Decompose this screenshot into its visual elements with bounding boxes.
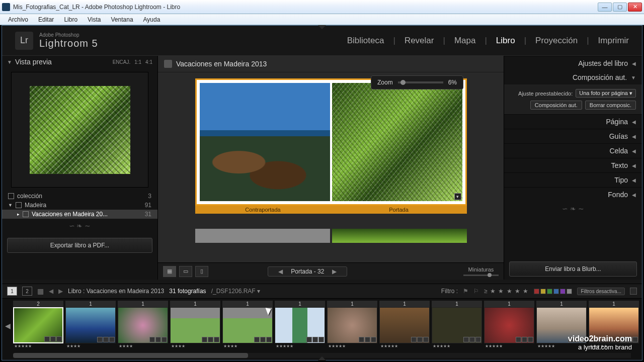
collapse-icon: ▼ [7, 59, 12, 65]
page-options-button[interactable]: ▾ [454, 193, 461, 200]
bottom-panel-toggle-icon[interactable] [318, 356, 326, 360]
window-minimize-button[interactable]: — [598, 3, 612, 12]
collection-item[interactable]: colección3 [2, 192, 157, 201]
menu-libro[interactable]: Libro [59, 16, 83, 23]
view-spread-button[interactable]: ▭ [179, 266, 192, 277]
color-swatch[interactable] [567, 289, 572, 294]
nav-back-icon[interactable]: ◀ [49, 288, 53, 295]
preview-panel-header[interactable]: ▼ Vista previa ENCAJ. 1:1 4:1 [2, 56, 157, 68]
panel-page[interactable]: Página◀ [504, 114, 642, 129]
front-cover-page[interactable]: ▾ [332, 83, 462, 201]
color-swatch[interactable] [547, 289, 552, 294]
source-path[interactable]: Libro : Vacaciones en Madeira 2013 [68, 288, 164, 295]
preset-label: Ajuste preestablecido: [518, 90, 573, 97]
zoom-slider[interactable] [398, 81, 443, 83]
book-canvas[interactable]: Zoom 6% ▾ Contraportada Portada [158, 72, 504, 262]
filmstrip-thumbnail[interactable]: 1★★★★★ [275, 301, 325, 353]
view-single-button[interactable]: ▯ [195, 266, 208, 277]
window-maximize-button[interactable]: ▢ [613, 3, 627, 12]
filmstrip-thumbnail[interactable]: 1★★★★★ [327, 301, 377, 353]
nav-forward-icon[interactable]: ▶ [58, 288, 63, 295]
color-swatch[interactable] [553, 289, 559, 294]
module-biblioteca[interactable]: Biblioteca [347, 36, 384, 46]
window-close-button[interactable]: ✕ [628, 3, 642, 12]
module-proyección[interactable]: Proyección [535, 36, 578, 46]
panel-guides[interactable]: Guías◀ [504, 129, 642, 143]
thumbnails-slider[interactable] [463, 275, 499, 276]
panel-cell[interactable]: Celda◀ [504, 143, 642, 158]
color-swatch[interactable] [534, 289, 539, 294]
module-revelar[interactable]: Revelar [405, 36, 434, 46]
monitor-1-tab[interactable]: 1 [7, 287, 17, 296]
top-panel-toggle-icon[interactable] [318, 25, 326, 29]
filmstrip-thumbnail[interactable]: 1★★★★★ [484, 301, 534, 353]
collection-item[interactable]: ▼ Madeira91 [2, 201, 157, 210]
preview-panel-title: Vista previa [15, 58, 52, 66]
panel-text[interactable]: Texto◀ [504, 158, 642, 172]
filmstrip-thumbnail[interactable]: 1★★★★★ [589, 301, 639, 353]
brand-title: Lightroom 5 [39, 38, 98, 49]
send-to-blurb-button[interactable]: Enviar libro a Blurb... [509, 261, 637, 277]
module-mapa[interactable]: Mapa [454, 36, 476, 46]
view-multipage-button[interactable]: ▦ [163, 266, 176, 277]
right-panel: Ajustes del libro◀ Composición aut.▼ Aju… [504, 56, 642, 280]
color-label-filter[interactable] [534, 289, 572, 294]
clear-layout-button[interactable]: Borrar composic. [585, 101, 636, 110]
flag-rejected-icon[interactable]: ⚐ [473, 288, 479, 295]
panel-background[interactable]: Fondo◀ [504, 187, 642, 202]
filter-preset-select[interactable]: Filtros desactiva... [577, 288, 625, 295]
fit-label[interactable]: ENCAJ. [113, 59, 131, 65]
color-swatch[interactable] [540, 289, 546, 294]
panel-ornament: ∽ ❧ ∼ [2, 219, 157, 235]
filmstrip-thumbnail[interactable]: 2★★★★★ [13, 301, 63, 353]
filmstrip-thumbnail[interactable]: 1★★★★★ [432, 301, 482, 353]
ratio-1-1[interactable]: 1:1 [134, 59, 141, 65]
auto-layout-button[interactable]: Composición aut. [530, 101, 582, 110]
filmstrip-thumbnail[interactable]: 1★★★★★ [379, 301, 430, 353]
preview-navigator[interactable] [11, 72, 148, 188]
export-pdf-button[interactable]: Exportar libro a PDF... [7, 238, 152, 253]
center-toolbar: ▦ ▭ ▯ ◀ Portada - 32 ▶ Miniaturas [158, 262, 504, 280]
book-title-bar: Vacaciones en Madeira 2013 [158, 56, 504, 72]
rating-filter[interactable]: ≥ ★ ★ ★ ★ ★ [484, 288, 529, 295]
filmstrip-thumbnail[interactable]: 1★★★★ [222, 301, 273, 353]
ratio-4-1[interactable]: 4:1 [145, 59, 152, 65]
module-imprimir[interactable]: Imprimir [598, 36, 629, 46]
cover-spread[interactable]: ▾ [195, 78, 467, 206]
page-navigator: ◀ Portada - 32 ▶ [268, 266, 347, 277]
current-filename[interactable]: /_DSF1206.RAF ▾ [211, 288, 260, 295]
zoom-value: 6% [448, 79, 457, 86]
collection-item[interactable]: ▸ Vacaciones en Madeira 20...31 [2, 210, 157, 219]
next-spread-peek[interactable] [195, 229, 467, 243]
filmstrip-thumbnail[interactable]: 1★★★★ [65, 301, 116, 353]
filter-lock-button[interactable] [630, 288, 637, 295]
flag-picked-icon[interactable]: ⚑ [463, 288, 468, 295]
monitor-2-tab[interactable]: 2 [22, 287, 32, 296]
preset-select[interactable]: Una foto por página ▾ [576, 89, 636, 98]
menu-editar[interactable]: Editar [33, 16, 59, 23]
filmstrip-thumbnails[interactable]: ◀ ▶ 2★★★★★1★★★★1★★★★1★★★★1★★★★1★★★★★1★★★… [2, 299, 642, 353]
filmstrip-thumbnail[interactable]: 1★★★★ [118, 301, 168, 353]
color-swatch[interactable] [560, 289, 566, 294]
filmstrip-thumbnail[interactable]: 1★★★★★ [536, 301, 587, 353]
back-cover-page[interactable] [200, 83, 330, 201]
module-libro[interactable]: Libro [496, 36, 515, 46]
menu-vista[interactable]: Vista [83, 16, 106, 23]
panel-book-settings[interactable]: Ajustes del libro◀ [504, 56, 642, 70]
filmstrip-thumbnail[interactable]: 1★★★★ [170, 301, 220, 353]
panel-type[interactable]: Tipo◀ [504, 172, 642, 187]
app-frame: Lr Adobe Photoshop Lightroom 5 Bibliotec… [2, 25, 642, 360]
filmstrip: ◀ ▶ 2★★★★★1★★★★1★★★★1★★★★1★★★★1★★★★★1★★★… [2, 299, 642, 360]
filmstrip-scroll-left[interactable]: ◀ [5, 322, 11, 330]
window-title: Mis_Fotografias_Cat_LR - Adobe Photoshop… [13, 4, 598, 11]
app-icon [2, 3, 10, 11]
menu-archivo[interactable]: Archivo [3, 16, 33, 23]
menu-ventana[interactable]: Ventana [106, 16, 138, 23]
pager-next-button[interactable]: ▶ [329, 268, 340, 275]
grid-view-icon[interactable]: ▦ [37, 287, 44, 295]
menubar: ArchivoEditarLibroVistaVentanaAyuda [0, 14, 644, 25]
panel-auto-layout-header[interactable]: Composición aut.▼ [504, 70, 642, 84]
pager-prev-button[interactable]: ◀ [275, 268, 286, 275]
book-title-text: Vacaciones en Madeira 2013 [176, 60, 267, 68]
menu-ayuda[interactable]: Ayuda [138, 16, 166, 23]
